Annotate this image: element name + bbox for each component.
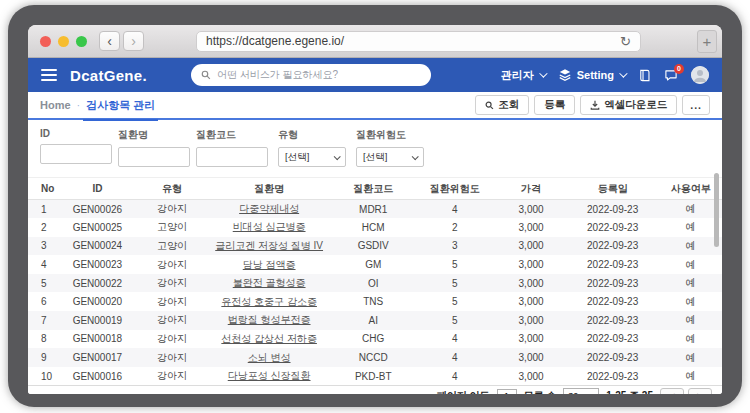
setting-label: Setting (577, 69, 614, 81)
table-cell: GEN00018 (56, 330, 139, 349)
avatar[interactable] (691, 66, 709, 84)
disease-name-link[interactable]: 다낭포성 신장질환 (228, 370, 311, 381)
table-cell: 3,000 (496, 274, 565, 293)
column-header: 질환위험도 (413, 178, 496, 200)
admin-menu[interactable]: 관리자 (501, 68, 545, 83)
id-filter-input[interactable] (40, 144, 112, 164)
table-cell: 3,000 (496, 237, 565, 256)
new-tab-button[interactable]: + (697, 30, 717, 53)
chevron-down-icon (590, 392, 596, 394)
column-header: No (28, 178, 56, 200)
next-page-button[interactable]: ▶ (688, 388, 712, 394)
chat-button[interactable]: 0 (664, 69, 678, 82)
table-cell: NCCD (333, 348, 413, 367)
table-cell: 3,000 (496, 348, 565, 367)
admin-label: 관리자 (501, 68, 534, 83)
table-cell: GEN00017 (56, 348, 139, 367)
table-cell: 강아지 (139, 348, 205, 367)
type-filter-select[interactable]: [선택] (278, 147, 346, 167)
table-row: 2GEN00025고양이비대성 심근병증HCM23,0002022-09-23예 (28, 218, 722, 237)
table-cell: 강아지 (139, 274, 205, 293)
filter-label: 유형 (278, 128, 346, 142)
zoom-window-button[interactable] (76, 36, 87, 47)
table-row: 6GEN00020강아지유전성 호중구 감소증TNS53,0002022-09-… (28, 292, 722, 311)
table-cell: 선천성 갑상선 저하증 (205, 330, 333, 349)
setting-menu[interactable]: Setting (558, 68, 625, 82)
table-cell: 2022-09-23 (566, 237, 660, 256)
browser-toolbar: ‹ › https://dcatgene.egene.io/ ↻ + (28, 25, 722, 58)
global-search-input[interactable]: 어떤 서비스가 필요하세요? (191, 64, 431, 86)
table-cell: 3 (28, 237, 56, 256)
table-cell: 강아지 (139, 255, 205, 274)
close-window-button[interactable] (40, 36, 51, 47)
minimize-window-button[interactable] (58, 36, 69, 47)
download-icon (590, 100, 600, 110)
disease-code-filter-input[interactable] (196, 147, 268, 167)
table-cell: 6 (28, 292, 56, 311)
table-cell: 강아지 (139, 292, 205, 311)
disease-name-link[interactable]: 비대성 심근병증 (233, 221, 306, 232)
app-logo[interactable]: DcatGene. (70, 67, 147, 84)
disease-name-link[interactable]: 글리코겐 저장성 질병 IV (215, 240, 323, 251)
table-cell: 예 (659, 330, 722, 349)
search-icon (201, 70, 211, 80)
disease-name-link[interactable]: 불완전 골형성증 (233, 277, 306, 288)
table-cell: 법랑질 형성부전증 (205, 311, 333, 330)
chat-badge: 0 (674, 64, 684, 74)
table-cell: 3,000 (496, 330, 565, 349)
search-button[interactable]: 조회 (475, 95, 529, 115)
tab-test-item-management[interactable]: 검사항목 관리 (86, 98, 155, 113)
list-count-label: 목록 수 (524, 389, 557, 394)
back-button[interactable]: ‹ (99, 31, 120, 51)
table-cell: OI (333, 274, 413, 293)
table-cell: 5 (413, 274, 496, 293)
disease-name-link[interactable]: 선천성 갑상선 저하증 (221, 333, 317, 344)
register-button[interactable]: 등록 (534, 95, 575, 115)
table-cell: 3,000 (496, 292, 565, 311)
user-icon (691, 66, 709, 84)
table-cell: 예 (659, 274, 722, 293)
scrollbar[interactable] (714, 173, 719, 247)
table-cell: 10 (28, 367, 56, 386)
table-cell: 2022-09-23 (566, 274, 660, 293)
disease-name-link[interactable]: 소뇌 변성 (248, 352, 291, 363)
record-range-text: 1-25 중 25 (606, 389, 653, 394)
plus-icon: + (703, 33, 712, 50)
breadcrumb-home[interactable]: Home (40, 99, 71, 111)
table-cell: 4 (413, 367, 496, 386)
page-size-select[interactable]: 30 (563, 388, 599, 394)
filter-field-risk: 질환위험도 [선택] (356, 128, 424, 167)
breadcrumb-separator: · (77, 99, 81, 111)
disease-name-link[interactable]: 유전성 호중구 감소증 (221, 296, 317, 307)
table-cell: 8 (28, 330, 56, 349)
table-cell: 담낭 점액증 (205, 255, 333, 274)
prev-page-button[interactable]: ◀ (660, 388, 684, 394)
disease-name-link[interactable]: 법랑질 형성부전증 (228, 314, 311, 325)
table-cell: 유전성 호중구 감소증 (205, 292, 333, 311)
table-cell: 3,000 (496, 200, 565, 219)
forward-button[interactable]: › (123, 31, 144, 51)
risk-filter-select[interactable]: [선택] (356, 147, 424, 167)
table-cell: 예 (659, 311, 722, 330)
disease-name-link[interactable]: 다중약제내성 (239, 203, 299, 214)
table-cell: GEN00019 (56, 311, 139, 330)
more-button[interactable]: ... (682, 95, 710, 115)
table-cell: CHG (333, 330, 413, 349)
next-icon: ▶ (697, 392, 702, 394)
address-bar[interactable]: https://dcatgene.egene.io/ ↻ (196, 31, 641, 52)
manual-book-icon[interactable] (638, 69, 651, 82)
table-cell: 7 (28, 311, 56, 330)
table-row: 4GEN00023강아지담낭 점액증GM53,0002022-09-23예 (28, 255, 722, 274)
reload-icon[interactable]: ↻ (620, 34, 631, 49)
table-cell: GEN00026 (56, 200, 139, 219)
table-row: 1GEN00026강아지다중약제내성MDR143,0002022-09-23예 (28, 200, 722, 219)
excel-download-button[interactable]: 엑셀다운로드 (580, 95, 677, 115)
page-number-input[interactable] (497, 389, 517, 394)
disease-name-link[interactable]: 담낭 점액증 (243, 259, 296, 270)
disease-name-filter-input[interactable] (118, 147, 190, 167)
table-cell: 2 (413, 218, 496, 237)
pagination-bar: 페이지 이동 목록 수 30 1-25 중 25 ◀ ▶ (28, 385, 722, 394)
table-cell: 2022-09-23 (566, 311, 660, 330)
url-text[interactable]: https://dcatgene.egene.io/ (206, 34, 620, 48)
menu-icon[interactable] (41, 69, 57, 81)
